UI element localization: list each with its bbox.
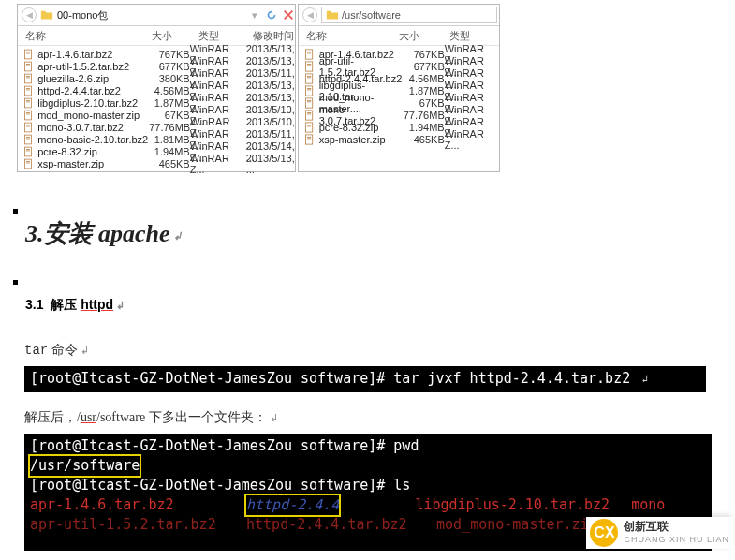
file-size: 465KB [403, 134, 445, 145]
svg-rect-6 [24, 74, 31, 83]
svg-rect-53 [307, 138, 311, 139]
svg-rect-34 [307, 64, 311, 65]
svg-rect-38 [307, 77, 311, 78]
svg-rect-20 [26, 125, 30, 126]
svg-rect-7 [26, 76, 30, 77]
svg-rect-50 [307, 125, 311, 126]
svg-rect-36 [305, 73, 312, 82]
svg-rect-17 [26, 113, 30, 114]
svg-rect-0 [24, 50, 31, 59]
para2-pre: 解压后，/ [24, 410, 81, 424]
watermark-sub: CHUANG XIN HU LIAN [624, 533, 729, 546]
file-size: 1.94MB [150, 146, 190, 157]
pane-local: ◀ 00-mono包 ▾ 名称 大小 类型 修改时间 apr-1.4.6.tar… [17, 4, 296, 172]
watermark-logo: CX [590, 519, 618, 547]
tar-rest: 命令 [48, 343, 78, 357]
address-bar: ◀ 00-mono包 ▾ [18, 5, 295, 26]
svg-rect-33 [305, 61, 312, 70]
file-date: 2013/5/13, ... [243, 153, 295, 175]
svg-rect-18 [24, 123, 31, 132]
return-icon: ↲ [116, 300, 125, 311]
watermark-text: 创新互联 CHUANG XIN HU LIAN [624, 520, 729, 546]
h4-target: httpd [81, 297, 113, 312]
file-size: 767KB [150, 49, 190, 60]
svg-rect-11 [26, 89, 30, 90]
svg-rect-10 [26, 88, 30, 89]
pane-remote: ◀ /usr/software 名称 大小 类型 apr-1.4.6.tar.b… [298, 4, 500, 172]
terminal-tar: [root@Itcast-GZ-DotNet-JamesZou software… [24, 366, 706, 392]
file-explorer-screenshot: ◀ 00-mono包 ▾ 名称 大小 类型 修改时间 apr-1.4.6.tar… [17, 4, 735, 172]
svg-rect-47 [307, 113, 311, 114]
svg-rect-4 [26, 64, 30, 65]
svg-rect-24 [24, 147, 31, 156]
para2-post: /software 下多出一个文件夹： [96, 410, 267, 424]
watermark: CX 创新互联 CHUANG XIN HU LIAN [586, 517, 733, 549]
file-size: 77.76MB [149, 122, 190, 133]
svg-rect-37 [307, 76, 311, 77]
heading-3: 3.安装 apache↲ [25, 217, 182, 250]
svg-rect-1 [26, 52, 30, 52]
file-name: pcre-8.32.zip [319, 122, 403, 133]
term-line-1: [root@Itcast-GZ-DotNet-JamesZou software… [30, 436, 704, 456]
term-line-2: /usr/software [30, 456, 704, 476]
file-size: 677KB [403, 61, 445, 72]
header-size: 大小 [391, 29, 442, 43]
file-name: mod_mono-master.zip [37, 110, 150, 121]
header-name: 名称 [299, 29, 391, 43]
back-icon: ◀ [302, 7, 317, 22]
bullet-icon [13, 280, 18, 285]
file-size: 1.94MB [403, 122, 445, 133]
file-row: xsp-master.zip465KBWinRAR Z... [299, 133, 499, 145]
ls-item-highlighted: httpd-2.4.4 [246, 496, 339, 513]
file-list-remote: apr-1.4.6.tar.bz2767KBWinRAR Z...apr-uti… [299, 46, 499, 147]
folder-icon [40, 8, 53, 22]
svg-rect-27 [24, 159, 31, 169]
file-size: 67KB [403, 97, 445, 109]
file-list-local: apr-1.4.6.tar.bz2767KBWinRAR Z...2013/5/… [18, 46, 295, 171]
svg-rect-26 [26, 150, 30, 151]
address-bar: ◀ /usr/software [299, 5, 499, 26]
svg-rect-28 [26, 161, 30, 162]
h3-number: 3. [25, 220, 44, 247]
file-name: libgdiplus-2.10.tar.bz2 [37, 97, 150, 109]
svg-rect-21 [24, 135, 31, 144]
term-line-3: [root@Itcast-GZ-DotNet-JamesZou software… [30, 476, 704, 495]
file-size: 465KB [150, 158, 190, 169]
svg-rect-51 [305, 134, 312, 143]
ls-item: libgdiplus-2.10.tar.bz2 [415, 496, 610, 513]
svg-rect-49 [307, 125, 311, 125]
file-name: pcre-8.32.zip [37, 146, 150, 157]
file-size: 77.76MB [403, 110, 445, 121]
file-name: xsp-master.zip [37, 158, 150, 169]
back-icon: ◀ [22, 7, 37, 22]
svg-rect-42 [305, 97, 312, 107]
ls-item: apr-util-1.5.2.tar.bz2 [30, 515, 238, 535]
svg-rect-16 [26, 112, 30, 113]
file-type: WinRAR Z... [445, 128, 499, 151]
svg-rect-52 [307, 137, 311, 138]
file-name: apr-util-1.5.2.tar.bz2 [37, 61, 150, 72]
return-icon: ↲ [81, 345, 89, 356]
svg-rect-44 [307, 101, 311, 102]
path-suffix: /usr/software [342, 9, 401, 21]
header-type: 类型 [442, 29, 499, 43]
svg-rect-12 [24, 98, 31, 108]
svg-rect-22 [26, 137, 30, 138]
svg-rect-25 [26, 149, 30, 150]
file-name: httpd-2.4.4.tar.bz2 [37, 85, 150, 96]
svg-rect-2 [26, 52, 30, 53]
tar-keyword: tar [24, 343, 48, 358]
svg-rect-45 [305, 110, 312, 119]
svg-rect-48 [305, 122, 312, 131]
svg-rect-43 [307, 100, 311, 101]
file-size: 767KB [403, 49, 445, 60]
para-after-extract: 解压后，/usr/software 下多出一个文件夹：↲ [24, 409, 735, 426]
ls-item: apr-1.4.6.tar.bz2 [30, 495, 238, 515]
header-name: 名称 [18, 29, 144, 43]
file-size: 67KB [150, 110, 190, 121]
heading-3-row: 3.安装 apache↲ [0, 172, 735, 250]
svg-rect-19 [26, 125, 30, 125]
svg-rect-8 [26, 77, 30, 78]
file-row: xsp-master.zip465KBWinRAR Z...2013/5/13,… [18, 157, 295, 169]
svg-rect-32 [307, 52, 311, 53]
